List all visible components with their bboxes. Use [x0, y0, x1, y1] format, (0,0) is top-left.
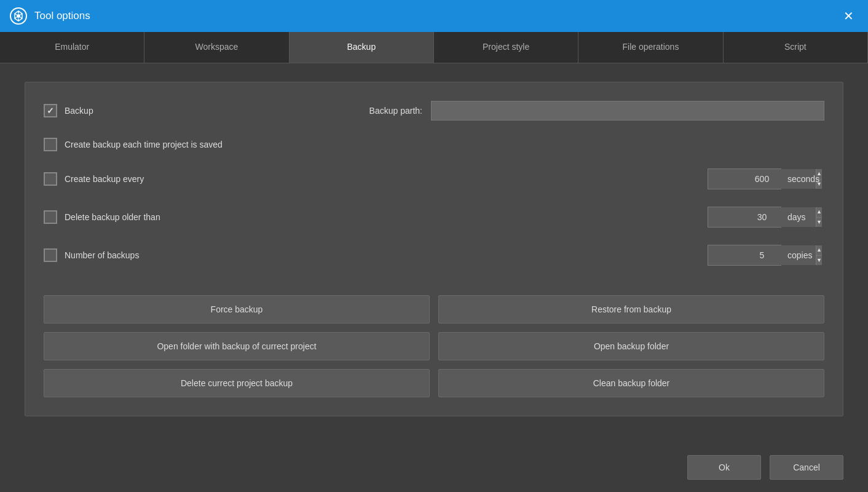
tabs-bar: Emulator Workspace Backup Project style …: [0, 32, 868, 63]
num-backups-group: Number of backups: [44, 248, 139, 262]
delete-older-row: Delete backup older than ▲ ▼ days: [44, 207, 824, 228]
backup-label: Backup: [65, 106, 93, 116]
num-backups-spinbox-group: ▲ ▼ copies: [708, 245, 824, 266]
backup-checkbox[interactable]: ✓: [44, 104, 57, 117]
backup-panel: ✓ Backup Backup parth: Create backup eac…: [25, 82, 843, 416]
checkmark-icon: ✓: [47, 106, 54, 116]
delete-older-label: Delete backup older than: [65, 212, 160, 222]
create-every-unit: seconds: [787, 174, 824, 184]
footer: Ok Cancel: [0, 443, 868, 492]
dialog: Tool options ✕ Emulator Workspace Backup…: [0, 0, 868, 492]
tab-project-style[interactable]: Project style: [434, 32, 578, 63]
create-every-checkbox[interactable]: [44, 172, 57, 186]
create-each-save-row: Create backup each time project is saved: [44, 138, 824, 151]
dialog-title: Tool options: [34, 10, 838, 22]
close-button[interactable]: ✕: [838, 6, 858, 26]
num-backups-spinbox: ▲ ▼: [708, 245, 781, 266]
tab-workspace[interactable]: Workspace: [144, 32, 289, 63]
delete-older-group: Delete backup older than: [44, 210, 160, 224]
create-every-spinbox: ▲ ▼: [708, 169, 781, 189]
backup-main-row: ✓ Backup Backup parth:: [44, 101, 824, 121]
svg-point-1: [17, 14, 20, 18]
tab-script[interactable]: Script: [724, 32, 868, 63]
backup-path-label: Backup parth:: [369, 106, 422, 116]
create-every-spinbox-group: ▲ ▼ seconds: [708, 169, 824, 189]
cancel-button[interactable]: Cancel: [770, 455, 843, 480]
titlebar: Tool options ✕: [0, 0, 868, 32]
backup-path-group: Backup parth:: [369, 101, 824, 121]
app-icon: [10, 7, 27, 25]
num-backups-label: Number of backups: [65, 250, 139, 260]
create-every-row: Create backup every ▲ ▼ seconds: [44, 169, 824, 189]
ok-button[interactable]: Ok: [687, 455, 761, 480]
delete-older-spinbox-group: ▲ ▼ days: [708, 207, 824, 228]
open-backup-folder-button[interactable]: Open backup folder: [438, 332, 824, 360]
backup-path-input[interactable]: [431, 101, 824, 121]
delete-older-checkbox[interactable]: [44, 210, 57, 224]
delete-older-unit: days: [787, 212, 824, 222]
num-backups-row: Number of backups ▲ ▼ copies: [44, 245, 824, 266]
tab-backup[interactable]: Backup: [290, 32, 434, 63]
create-every-label: Create backup every: [65, 174, 144, 184]
content-area: ✓ Backup Backup parth: Create backup eac…: [0, 63, 868, 443]
create-each-save-label: Create backup each time project is saved: [65, 140, 223, 149]
num-backups-checkbox[interactable]: [44, 248, 57, 262]
tab-file-operations[interactable]: File operations: [578, 32, 723, 63]
create-each-save-checkbox[interactable]: [44, 138, 57, 151]
create-every-group: Create backup every: [44, 172, 144, 186]
num-backups-unit: copies: [787, 250, 824, 260]
create-each-save-group: Create backup each time project is saved: [44, 138, 223, 151]
tab-emulator[interactable]: Emulator: [0, 32, 144, 63]
open-folder-project-button[interactable]: Open folder with backup of currect proje…: [44, 332, 430, 360]
action-buttons-grid: Force backup Restore from backup Open fo…: [44, 295, 824, 397]
delete-current-backup-button[interactable]: Delete currect project backup: [44, 369, 430, 397]
delete-older-spinbox: ▲ ▼: [708, 207, 781, 228]
clean-backup-folder-button[interactable]: Clean backup folder: [438, 369, 824, 397]
restore-from-backup-button[interactable]: Restore from backup: [438, 295, 824, 323]
force-backup-button[interactable]: Force backup: [44, 295, 430, 323]
backup-checkbox-group: ✓ Backup: [44, 104, 93, 117]
